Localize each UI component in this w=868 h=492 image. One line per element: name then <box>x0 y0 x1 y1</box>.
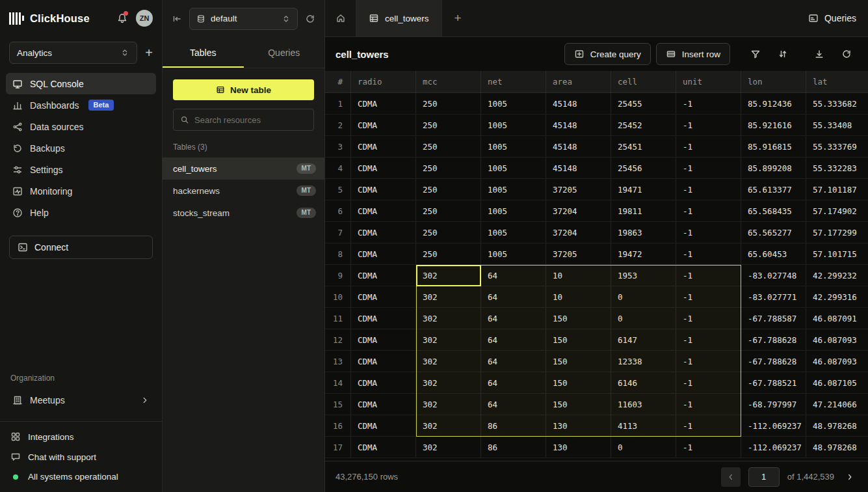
insert-row-button[interactable]: Insert row <box>656 43 730 65</box>
sidebar-item-backups[interactable]: Backups <box>6 137 156 159</box>
grid-cell[interactable]: 46.087105 <box>806 372 868 394</box>
notifications-bell-icon[interactable] <box>117 13 127 23</box>
new-table-button[interactable]: New table <box>173 79 314 100</box>
sidebar-item-sql-console[interactable]: SQL Console <box>6 73 156 94</box>
grid-cell[interactable]: -1 <box>676 329 741 351</box>
grid-cell[interactable]: 64 <box>481 351 546 372</box>
grid-cell[interactable]: CDMA <box>351 157 416 179</box>
grid-cell[interactable]: 11603 <box>611 394 676 415</box>
grid-cell[interactable]: 65.565277 <box>741 222 806 243</box>
grid-cell[interactable]: 64 <box>481 286 546 308</box>
column-header[interactable]: unit <box>676 71 741 93</box>
grid-cell[interactable]: 45148 <box>546 93 611 115</box>
grid-cell[interactable]: 6147 <box>611 329 676 351</box>
grid-cell[interactable]: 65.568435 <box>741 200 806 222</box>
grid-cell[interactable]: -1 <box>676 265 741 286</box>
grid-cell[interactable]: 1005 <box>481 115 546 136</box>
grid-cell[interactable]: 57.101715 <box>806 243 868 265</box>
grid-cell[interactable]: 250 <box>416 179 481 200</box>
filter-button[interactable] <box>744 43 767 65</box>
grid-cell[interactable]: 12338 <box>611 351 676 372</box>
grid-cell[interactable]: 9 <box>325 265 351 286</box>
grid-cell[interactable]: CDMA <box>351 308 416 329</box>
grid-cell[interactable]: 64 <box>481 372 546 394</box>
grid-cell[interactable]: 1005 <box>481 93 546 115</box>
grid-cell[interactable]: 42.299232 <box>806 265 868 286</box>
grid-cell[interactable]: -1 <box>676 286 741 308</box>
column-header[interactable]: lat <box>806 71 868 93</box>
grid-cell[interactable]: -112.069237 <box>741 437 806 458</box>
grid-cell[interactable]: 37205 <box>546 179 611 200</box>
grid-cell[interactable]: CDMA <box>351 200 416 222</box>
grid-cell[interactable]: 5 <box>325 179 351 200</box>
grid-cell[interactable]: -1 <box>676 200 741 222</box>
grid-cell[interactable]: 25456 <box>611 157 676 179</box>
grid-cell[interactable]: 3 <box>325 136 351 157</box>
grid-cell[interactable]: 46.087093 <box>806 329 868 351</box>
grid-cell[interactable]: 302 <box>416 372 481 394</box>
grid-cell[interactable]: CDMA <box>351 222 416 243</box>
table-list-item-cell-towers[interactable]: cell_towers MT <box>163 157 324 180</box>
grid-cell[interactable]: 302 <box>416 437 481 458</box>
grid-cell[interactable]: 57.177299 <box>806 222 868 243</box>
grid-cell[interactable]: CDMA <box>351 93 416 115</box>
grid-cell[interactable]: 302 <box>416 329 481 351</box>
next-page-button[interactable] <box>842 467 858 487</box>
grid-cell[interactable]: 1005 <box>481 136 546 157</box>
database-selector[interactable]: default <box>189 8 298 30</box>
grid-cell[interactable]: CDMA <box>351 415 416 437</box>
grid-cell[interactable]: 25452 <box>611 115 676 136</box>
grid-cell[interactable]: 45148 <box>546 115 611 136</box>
grid-cell[interactable]: 16 <box>325 415 351 437</box>
grid-cell[interactable]: 250 <box>416 157 481 179</box>
grid-cell[interactable]: 64 <box>481 329 546 351</box>
grid-cell[interactable]: 150 <box>546 329 611 351</box>
grid-cell[interactable]: -1 <box>676 243 741 265</box>
grid-cell[interactable]: -67.788628 <box>741 329 806 351</box>
grid-cell[interactable]: 302 <box>416 351 481 372</box>
grid-cell[interactable]: 250 <box>416 243 481 265</box>
grid-cell[interactable]: -1 <box>676 372 741 394</box>
grid-cell[interactable]: 13 <box>325 351 351 372</box>
grid-cell[interactable]: 86 <box>481 415 546 437</box>
grid-cell[interactable]: CDMA <box>351 136 416 157</box>
grid-cell[interactable]: 0 <box>611 437 676 458</box>
grid-cell[interactable]: 6146 <box>611 372 676 394</box>
grid-cell[interactable]: 8 <box>325 243 351 265</box>
grid-cell[interactable]: 42.299316 <box>806 286 868 308</box>
grid-cell[interactable]: 25451 <box>611 136 676 157</box>
sort-button[interactable] <box>772 43 794 65</box>
grid-cell[interactable]: 250 <box>416 115 481 136</box>
grid-cell[interactable]: 48.978268 <box>806 437 868 458</box>
grid-cell[interactable]: -1 <box>676 351 741 372</box>
grid-cell[interactable]: -68.797997 <box>741 394 806 415</box>
grid-cell[interactable]: 45148 <box>546 136 611 157</box>
home-tab[interactable] <box>325 0 356 36</box>
grid-cell[interactable]: 85.921616 <box>741 115 806 136</box>
grid-cell[interactable]: 64 <box>481 308 546 329</box>
new-tab-button[interactable]: + <box>442 0 474 36</box>
grid-cell[interactable]: -1 <box>676 308 741 329</box>
grid-cell[interactable]: 37204 <box>546 222 611 243</box>
grid-cell[interactable]: 37204 <box>546 200 611 222</box>
column-header[interactable]: cell <box>611 71 676 93</box>
column-header[interactable]: mcc <box>416 71 481 93</box>
grid-cell[interactable]: 10 <box>546 286 611 308</box>
grid-cell[interactable]: 19471 <box>611 179 676 200</box>
queries-button[interactable]: Queries <box>808 0 856 36</box>
grid-cell[interactable]: 55.33408 <box>806 115 868 136</box>
chat-support-link[interactable]: Chat with support <box>10 452 151 462</box>
sidebar-item-help[interactable]: Help <box>6 202 156 223</box>
grid-cell[interactable]: 10 <box>546 265 611 286</box>
grid-cell[interactable]: 14 <box>325 372 351 394</box>
grid-cell[interactable]: 302 <box>416 265 481 286</box>
grid-cell[interactable]: 1005 <box>481 243 546 265</box>
grid-cell[interactable]: 4113 <box>611 415 676 437</box>
grid-cell[interactable]: 150 <box>546 394 611 415</box>
sidebar-item-meetups[interactable]: Meetups <box>6 389 156 411</box>
grid-cell[interactable]: 65.613377 <box>741 179 806 200</box>
service-selector[interactable]: Analytics <box>9 42 137 64</box>
grid-cell[interactable]: 64 <box>481 265 546 286</box>
grid-cell[interactable]: -1 <box>676 115 741 136</box>
column-header[interactable]: net <box>481 71 546 93</box>
